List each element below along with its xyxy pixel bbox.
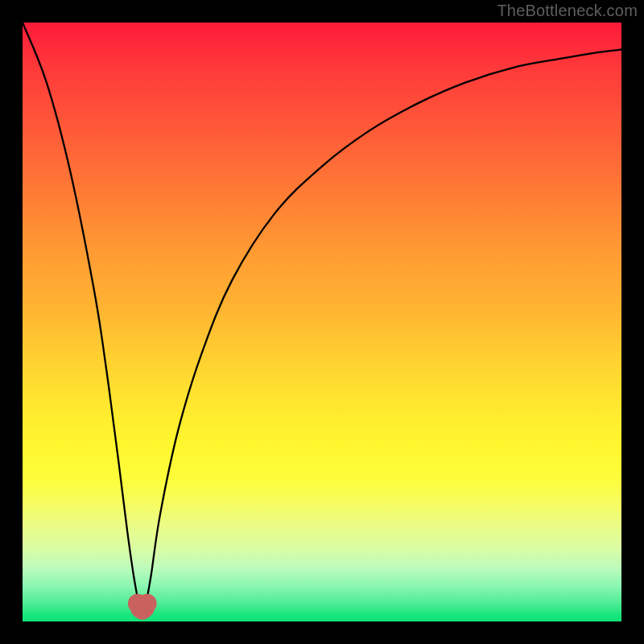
chart-plot-area (23, 23, 621, 621)
chart-frame: TheBottleneck.com (0, 0, 644, 644)
watermark-text: TheBottleneck.com (497, 2, 638, 20)
min-marker (138, 594, 157, 613)
chart-svg (23, 23, 621, 621)
min-marker-cluster (128, 594, 157, 620)
bottleneck-curve (23, 23, 621, 611)
